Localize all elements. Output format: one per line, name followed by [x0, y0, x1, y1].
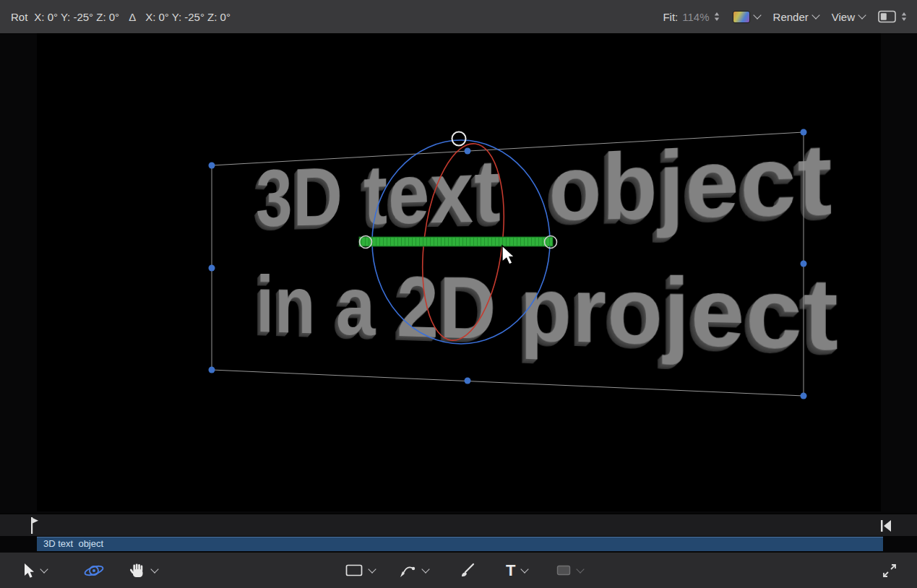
stepper-icon[interactable]	[714, 12, 720, 22]
text-tool-glyph: T	[506, 563, 515, 579]
chevron-down-icon[interactable]	[40, 565, 48, 573]
hand-icon	[130, 563, 145, 579]
mask-rectangle-icon	[556, 565, 571, 576]
view-layout-control[interactable]	[878, 10, 907, 23]
render-menu-label: Render	[773, 11, 809, 23]
chevron-down-icon[interactable]	[150, 565, 158, 573]
timeline-mini[interactable]	[0, 514, 917, 536]
expand-icon	[882, 563, 897, 578]
paint-stroke-tool[interactable]	[460, 553, 475, 588]
chevron-down-icon	[858, 11, 866, 19]
color-swatch-menu[interactable]	[733, 11, 760, 23]
pin-marker-icon[interactable]	[26, 516, 39, 535]
timeline-layer-row: 3D text object	[0, 536, 917, 552]
timeline-layer-bar[interactable]: 3D text object	[37, 537, 883, 551]
expand-view-button[interactable]	[882, 553, 897, 588]
bezier-tool[interactable]	[399, 553, 429, 588]
chevron-down-icon	[576, 565, 584, 573]
rectangle-shape-tool[interactable]	[345, 553, 375, 588]
text-tool[interactable]: T	[506, 553, 528, 588]
chevron-down-icon	[811, 11, 819, 19]
3d-text-perspective: 3D text object in a 2D project	[197, 145, 825, 391]
view-menu-label: View	[832, 11, 855, 23]
timeline-end-marker-icon[interactable]	[879, 518, 892, 534]
fit-control[interactable]: Fit: 114%	[663, 11, 719, 23]
canvas[interactable]: 3D text object in a 2D project	[0, 33, 917, 514]
rot-values: X: 0° Y: -25° Z: 0°	[34, 11, 119, 23]
view-layout-icon	[878, 10, 897, 23]
text-line-2: in a 2D project	[256, 263, 840, 366]
mask-shape-tool[interactable]	[556, 553, 583, 588]
bezier-pen-icon	[399, 563, 416, 578]
canvas-status-bar: Rot X: 0° Y: -25° Z: 0° Δ X: 0° Y: -25° …	[0, 0, 917, 33]
fit-value: 114%	[682, 11, 709, 23]
chevron-down-icon[interactable]	[421, 565, 429, 573]
pan-tool[interactable]	[130, 553, 158, 588]
3d-transform-tool[interactable]	[83, 553, 105, 588]
paintbrush-icon	[460, 563, 475, 578]
3d-text-object[interactable]: 3D text object in a 2D project	[256, 127, 840, 408]
color-swatch-icon	[733, 11, 750, 23]
timeline-layer-label: 3D text object	[37, 537, 883, 551]
chevron-down-icon[interactable]	[521, 565, 529, 573]
arrow-cursor-icon	[23, 563, 35, 579]
3d-orbit-icon	[83, 562, 105, 579]
fit-label: Fit:	[663, 11, 678, 23]
delta-symbol: Δ	[129, 11, 136, 23]
chevron-down-icon	[753, 11, 761, 19]
tool-bar: T	[0, 552, 917, 588]
select-tool[interactable]	[23, 553, 47, 588]
stepper-icon	[901, 12, 907, 22]
rectangle-icon	[345, 564, 363, 576]
view-menu[interactable]: View	[832, 11, 865, 23]
rotation-hud: Rot X: 0° Y: -25° Z: 0° Δ X: 0° Y: -25° …	[0, 11, 231, 23]
delta-values: X: 0° Y: -25° Z: 0°	[145, 11, 231, 23]
chevron-down-icon[interactable]	[368, 565, 376, 573]
rot-label: Rot	[11, 11, 27, 23]
render-menu[interactable]: Render	[773, 11, 819, 23]
